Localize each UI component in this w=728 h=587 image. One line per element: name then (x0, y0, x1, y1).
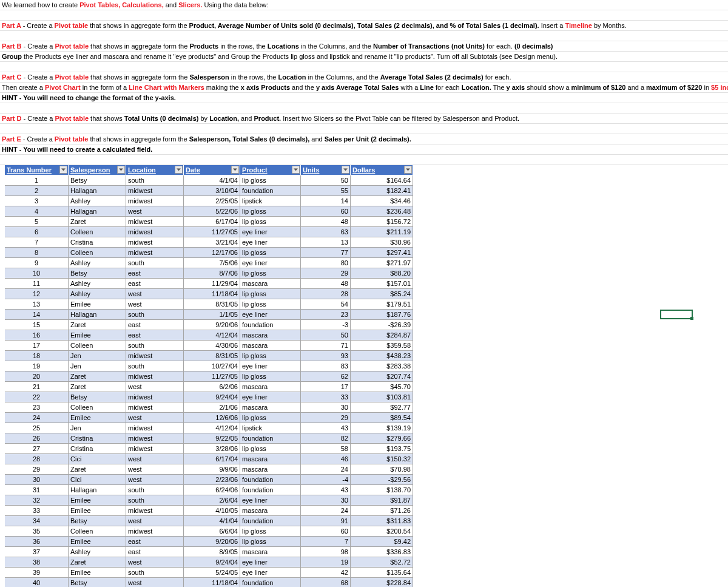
cell[interactable]: 8/9/05 (184, 547, 240, 557)
table-row[interactable]: 36Emileeeast9/20/06lip gloss7$9.42 (5, 537, 413, 547)
table-row[interactable]: 7Cristinamidwest3/21/04eye liner13$30.96 (5, 237, 413, 248)
cell[interactable]: lip gloss (240, 351, 301, 361)
cell[interactable]: Ashley (69, 258, 126, 268)
cell[interactable]: lip gloss (240, 248, 301, 258)
cell[interactable]: foundation (240, 485, 301, 495)
table-row[interactable]: 4Hallaganwest5/22/06lip gloss60$236.48 (5, 206, 413, 217)
cell[interactable]: $438.23 (351, 351, 413, 361)
cell[interactable]: lip gloss (240, 526, 301, 537)
cell[interactable]: 93 (301, 351, 351, 361)
cell[interactable]: Ashley (69, 289, 126, 299)
cell[interactable]: 11 (5, 279, 69, 289)
cell[interactable]: $182.41 (351, 186, 413, 196)
cell[interactable]: 71 (301, 341, 351, 351)
cell[interactable]: 9 (5, 258, 69, 268)
cell[interactable]: $283.38 (351, 361, 413, 372)
cell[interactable]: 18 (5, 351, 69, 361)
cell[interactable]: Emilee (69, 299, 126, 310)
table-row[interactable]: 14Hallagansouth1/1/05eye liner23$187.76 (5, 310, 413, 320)
cell[interactable]: Emilee (69, 330, 126, 341)
cell[interactable]: 3/21/04 (184, 237, 240, 248)
table-row[interactable]: 16Emileeeast4/12/04mascara50$284.87 (5, 330, 413, 341)
cell[interactable]: $135.64 (351, 568, 413, 578)
cell[interactable]: east (126, 268, 184, 279)
column-header-date[interactable]: Date (184, 165, 240, 175)
cell[interactable]: lip gloss (240, 537, 301, 547)
cell[interactable]: 4/12/04 (184, 423, 240, 433)
cell[interactable]: west (126, 557, 184, 568)
cell[interactable]: eye liner (240, 495, 301, 506)
cell[interactable]: Hallagan (69, 186, 126, 196)
cell[interactable]: $156.72 (351, 217, 413, 227)
cell[interactable]: 13 (301, 237, 351, 248)
cell[interactable]: south (126, 495, 184, 506)
cell[interactable]: 26 (5, 433, 69, 444)
table-row[interactable]: 31Hallagansouth6/24/06foundation43$138.7… (5, 485, 413, 495)
cell[interactable]: $70.98 (351, 464, 413, 475)
cell[interactable]: $336.83 (351, 547, 413, 557)
filter-dropdown-icon[interactable] (292, 166, 300, 174)
table-row[interactable]: 1Betsysouth4/1/04lip gloss50$164.64 (5, 175, 413, 186)
cell[interactable]: eye liner (240, 557, 301, 568)
cell[interactable]: 19 (5, 361, 69, 372)
cell[interactable]: midwest (126, 351, 184, 361)
cell[interactable]: eye liner (240, 227, 301, 237)
cell[interactable]: south (126, 310, 184, 320)
cell[interactable]: 4/1/04 (184, 175, 240, 186)
cell[interactable]: 60 (301, 526, 351, 537)
cell[interactable]: Zaret (69, 464, 126, 475)
cell[interactable]: 39 (5, 568, 69, 578)
cell[interactable]: lip gloss (240, 268, 301, 279)
cell[interactable]: mascara (240, 341, 301, 351)
cell[interactable]: 50 (301, 330, 351, 341)
cell[interactable]: lip gloss (240, 372, 301, 382)
cell[interactable]: Cristina (69, 433, 126, 444)
cell[interactable]: south (126, 341, 184, 351)
cell[interactable]: $236.48 (351, 206, 413, 217)
cell[interactable]: Colleen (69, 341, 126, 351)
table-row[interactable]: 21Zaretwest6/2/06mascara17$45.70 (5, 382, 413, 392)
cell[interactable]: 24 (301, 464, 351, 475)
cell[interactable]: foundation (240, 433, 301, 444)
cell[interactable]: midwest (126, 526, 184, 537)
cell[interactable]: $85.24 (351, 289, 413, 299)
cell[interactable]: eye liner (240, 310, 301, 320)
cell[interactable]: 9/9/06 (184, 464, 240, 475)
cell[interactable]: 2/6/04 (184, 495, 240, 506)
cell[interactable]: 8 (5, 248, 69, 258)
cell[interactable]: $30.96 (351, 237, 413, 248)
cell[interactable]: 29 (5, 464, 69, 475)
cell[interactable]: 10/27/04 (184, 361, 240, 372)
cell[interactable]: lipstick (240, 196, 301, 206)
cell[interactable]: 3 (5, 196, 69, 206)
cell[interactable]: foundation (240, 516, 301, 526)
cell[interactable]: eye liner (240, 361, 301, 372)
cell[interactable]: 77 (301, 248, 351, 258)
table-row[interactable]: 33Emileemidwest4/10/05mascara24$71.26 (5, 506, 413, 516)
table-row[interactable]: 24Emileewest12/6/06lip gloss29$89.54 (5, 413, 413, 423)
table-row[interactable]: 27Cristinamidwest3/28/06lip gloss58$193.… (5, 444, 413, 454)
table-row[interactable]: 35Colleenmidwest6/6/04lip gloss60$200.54 (5, 526, 413, 537)
cell[interactable]: Colleen (69, 248, 126, 258)
column-header-salesperson[interactable]: Salesperson (69, 165, 126, 175)
cell[interactable]: 25 (5, 423, 69, 433)
cell[interactable]: 30 (301, 495, 351, 506)
cell[interactable]: midwest (126, 444, 184, 454)
table-row[interactable]: 20Zaretmidwest11/27/05lip gloss62$207.74 (5, 372, 413, 382)
cell[interactable]: west (126, 299, 184, 310)
column-header-units[interactable]: Units (301, 165, 351, 175)
cell[interactable]: 36 (5, 537, 69, 547)
cell[interactable]: mascara (240, 547, 301, 557)
filter-dropdown-icon[interactable] (59, 166, 67, 174)
cell[interactable]: $9.42 (351, 537, 413, 547)
cell[interactable]: Jen (69, 423, 126, 433)
column-header-location[interactable]: Location (126, 165, 184, 175)
cell[interactable]: foundation (240, 578, 301, 587)
cell[interactable]: Jen (69, 361, 126, 372)
cell[interactable]: Zaret (69, 372, 126, 382)
cell[interactable]: 24 (301, 506, 351, 516)
cell[interactable]: 8/31/05 (184, 299, 240, 310)
cell[interactable]: 38 (5, 557, 69, 568)
cell[interactable]: 30 (301, 402, 351, 413)
cell[interactable]: 6/17/04 (184, 454, 240, 464)
